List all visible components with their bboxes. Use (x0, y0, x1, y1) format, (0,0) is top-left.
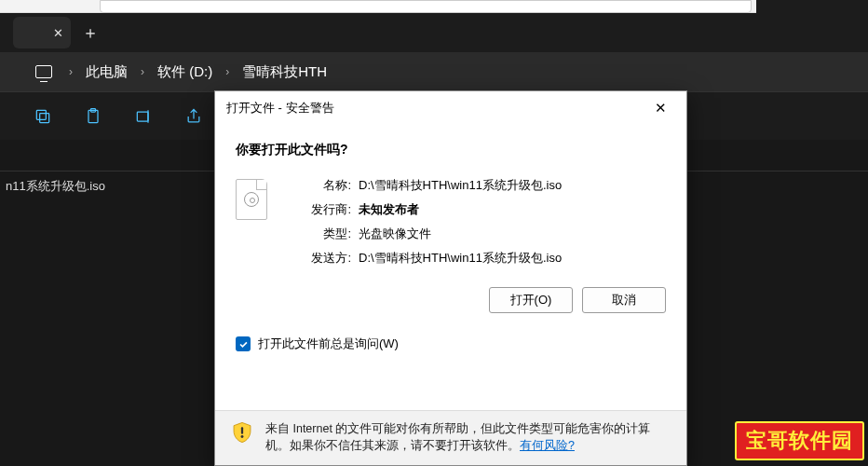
field-value-source: D:\雪晴科技HTH\win11系统升级包.iso (359, 250, 562, 267)
checkbox-checked-icon[interactable] (236, 336, 251, 351)
right-panel-strip (756, 0, 868, 13)
breadcrumb-item-drive[interactable]: 软件 (D:) (157, 63, 212, 81)
security-warning-dialog: 打开文件 - 安全警告 ✕ 你要打开此文件吗? 名称: D:\雪晴科技HTH\w… (214, 90, 687, 466)
rename-icon[interactable] (134, 107, 153, 126)
footer-warning-text: 来自 Internet 的文件可能对你有所帮助，但此文件类型可能危害你的计算机。… (265, 420, 671, 454)
this-pc-icon[interactable] (35, 65, 52, 78)
field-label-publisher: 发行商: (284, 201, 351, 218)
shield-warning-icon (230, 420, 254, 445)
close-icon[interactable]: ✕ (642, 95, 679, 121)
chevron-right-icon: › (141, 65, 144, 78)
iso-file-icon (236, 179, 267, 220)
file-info-section: 名称: D:\雪晴科技HTH\win11系统升级包.iso 发行商: 未知发布者… (236, 177, 666, 267)
dialog-title-text: 打开文件 - 安全警告 (226, 100, 334, 116)
dialog-titlebar: 打开文件 - 安全警告 ✕ (215, 91, 686, 125)
field-label-type: 类型: (284, 226, 351, 242)
chevron-right-icon: › (69, 65, 73, 78)
always-ask-row[interactable]: 打开此文件前总是询问(W) (236, 336, 666, 352)
explorer-tab[interactable]: ✕ (13, 17, 71, 48)
close-tab-icon[interactable]: ✕ (53, 26, 63, 40)
chevron-right-icon: › (225, 65, 229, 78)
field-value-type: 光盘映像文件 (359, 226, 562, 242)
svg-rect-1 (36, 110, 46, 119)
dialog-footer: 来自 Internet 的文件可能对你有所帮助，但此文件类型可能危害你的计算机。… (215, 410, 686, 465)
svg-point-6 (241, 435, 244, 438)
paste-icon[interactable] (84, 107, 102, 126)
field-value-name: D:\雪晴科技HTH\win11系统升级包.iso (359, 177, 562, 194)
watermark-badge: 宝哥软件园 (735, 421, 864, 460)
always-ask-label: 打开此文件前总是询问(W) (258, 336, 399, 352)
breadcrumb-bar: › 此电脑 › 软件 (D:) › 雪晴科技HTH (0, 52, 868, 91)
file-info-table: 名称: D:\雪晴科技HTH\win11系统升级包.iso 发行商: 未知发布者… (284, 177, 562, 267)
file-name-label: n11系统升级包.iso (6, 178, 105, 195)
field-label-name: 名称: (284, 177, 351, 194)
field-value-publisher: 未知发布者 (359, 201, 562, 218)
dialog-question: 你要打开此文件吗? (236, 142, 666, 158)
risk-link[interactable]: 有何风险? (520, 439, 575, 452)
share-icon[interactable] (184, 107, 203, 126)
copy-icon[interactable] (34, 107, 52, 126)
address-bar-light[interactable] (100, 0, 752, 13)
breadcrumb-item-thispc[interactable]: 此电脑 (86, 63, 128, 81)
cancel-button[interactable]: 取消 (582, 287, 666, 313)
svg-rect-5 (241, 427, 243, 433)
open-button[interactable]: 打开(O) (489, 287, 573, 313)
svg-rect-0 (40, 113, 49, 122)
field-label-source: 发送方: (284, 250, 351, 267)
window-titlebar-light (0, 0, 868, 13)
dialog-button-row: 打开(O) 取消 (236, 287, 666, 313)
breadcrumb-item-folder[interactable]: 雪晴科技HTH (242, 63, 327, 81)
svg-rect-4 (137, 112, 148, 121)
add-tab-button[interactable]: ＋ (82, 21, 99, 44)
dialog-body: 你要打开此文件吗? 名称: D:\雪晴科技HTH\win11系统升级包.iso … (215, 125, 686, 410)
tab-strip: ✕ ＋ (0, 13, 868, 52)
